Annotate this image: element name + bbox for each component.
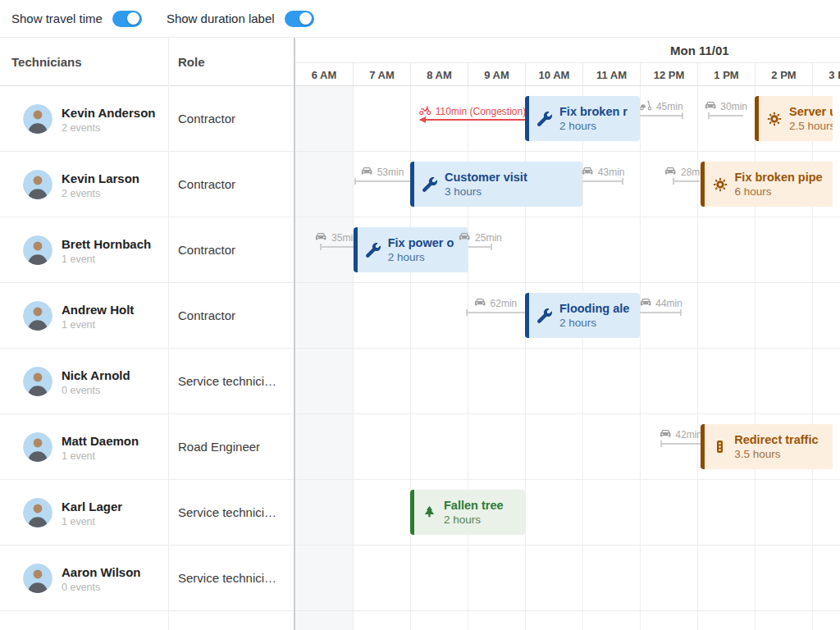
travel-duration-label: 30min [720, 101, 747, 112]
travel-line-cap [660, 441, 662, 447]
role-cell: Contractor [178, 308, 235, 322]
event-bar[interactable]: Fallen tree2 hours [410, 490, 525, 535]
event-text: Fix broken r2 hours [559, 104, 628, 134]
car-icon [704, 99, 716, 114]
event-bar[interactable]: Flooding ale2 hours [525, 293, 640, 338]
role-column-header[interactable]: Role [178, 38, 205, 85]
technician-row[interactable]: Nick Arnold0 eventsService technici… [0, 349, 840, 414]
technician-row[interactable]: Aaron Wilson0 eventsService technici… [0, 546, 840, 611]
travel-time: 44min [640, 283, 682, 349]
event-text: Fix power o2 hours [388, 235, 454, 265]
gear-icon [767, 112, 782, 126]
travel-line-cap [354, 178, 356, 185]
role-cell: Road Engineer [178, 440, 260, 454]
technician-row[interactable]: Kevin Anderson2 eventsContractor110min (… [0, 86, 840, 152]
hour-label: 6 AM [312, 69, 337, 81]
technician-event-count: 0 events [62, 385, 100, 396]
technician-name: Brett Hornbach [62, 237, 151, 251]
travel-line [660, 443, 701, 445]
show-travel-time-toggle[interactable] [112, 11, 142, 27]
schedule-app: Show travel time Show duration label Tec… [0, 0, 840, 630]
event-bar[interactable]: Redirect traffic3.5 hours [701, 424, 833, 469]
travel-duration-label: 110min (Congestion) [436, 106, 527, 117]
event-text: Server up2.5 hours [789, 104, 833, 134]
hour-cell: 9 AM [468, 63, 525, 86]
technician-row[interactable]: Karl Lager1 eventService technici…Fallen… [0, 480, 840, 546]
hour-label: 12 PM [654, 69, 685, 81]
event-text: Fix broken pipe6 hours [735, 170, 823, 199]
technician-row[interactable]: Brett Hornbach1 eventContractor35minFix … [0, 217, 840, 283]
travel-label: 43min [582, 165, 625, 180]
event-bar[interactable]: Fix broken r2 hours [525, 96, 640, 141]
wrench-icon [537, 308, 552, 323]
technician-name: Kevin Larson [62, 171, 139, 185]
hour-cell: 6 AM [295, 63, 353, 86]
technician-row[interactable]: Matt Daemon1 eventRoad Engineer42minRedi… [0, 414, 840, 480]
event-title: Redirect traffic [734, 432, 818, 447]
travel-line-cap [708, 112, 710, 119]
event-title: Fix broken pipe [735, 170, 823, 185]
show-duration-label-field: Show duration label [167, 11, 314, 27]
travel-label: 30min [704, 99, 747, 114]
event-title: Fix broken r [559, 104, 628, 119]
technician-name: Kevin Anderson [62, 106, 155, 120]
travel-arrow [419, 116, 426, 123]
travel-duration-label: 42min [675, 429, 702, 441]
hour-label: 9 AM [484, 69, 509, 81]
event-title: Fallen tree [444, 498, 504, 513]
event-duration: 2.5 hours [789, 120, 833, 134]
event-title: Customer visit [445, 170, 527, 185]
technician-event-count: 2 events [62, 122, 100, 134]
travel-line [468, 246, 492, 248]
travel-duration-label: 45min [656, 101, 683, 112]
event-duration: 3.5 hours [734, 448, 818, 462]
avatar [23, 235, 52, 265]
technician-name: Matt Daemon [62, 434, 139, 448]
travel-label: 110min (Congestion) [419, 104, 527, 119]
toolbar: Show travel time Show duration label [0, 0, 840, 38]
event-bar[interactable]: Fix broken pipe6 hours [701, 162, 833, 207]
travel-time: 110min (Congestion) [420, 86, 525, 152]
wrench-icon [366, 243, 381, 258]
show-travel-time-field: Show travel time [11, 11, 142, 27]
role-cell: Contractor [178, 243, 235, 257]
toggle-knob [127, 12, 139, 25]
event-title: Fix power o [388, 235, 454, 250]
technician-row[interactable]: Kevin Larson2 eventsContractor53minCusto… [0, 152, 840, 217]
travel-line [673, 180, 700, 182]
travel-time: 35min [320, 217, 354, 283]
hour-label: 10 AM [539, 69, 570, 81]
role-cell: Service technici… [178, 505, 276, 519]
event-bar[interactable]: Customer visit3 hours [410, 162, 582, 207]
hour-label: 3 PM [829, 69, 840, 81]
travel-label: 53min [361, 165, 404, 180]
travel-time: 53min [354, 152, 410, 217]
hour-cell: 11 AM [582, 63, 640, 86]
tree-icon [422, 505, 436, 519]
travel-label: 25min [459, 231, 502, 245]
event-bar[interactable]: Fix power o2 hours [354, 227, 468, 272]
travel-time: 42min [660, 414, 701, 480]
travel-line-cap [682, 112, 683, 119]
show-duration-label-toggle[interactable] [285, 11, 314, 27]
role-cell: Contractor [178, 112, 235, 126]
travel-line-cap [673, 178, 674, 185]
travel-line-cap [680, 309, 682, 316]
technician-row[interactable]: Andrew Holt1 eventContractor62minFloodin… [0, 283, 840, 349]
hour-cell: 10 AM [525, 63, 582, 86]
event-bar[interactable]: Server up2.5 hours [755, 96, 833, 141]
travel-time: 45min [640, 86, 683, 152]
grid-splitter[interactable] [294, 38, 295, 630]
travel-label: 62min [474, 296, 518, 311]
avatar [23, 104, 52, 134]
travel-time: 43min [582, 152, 623, 217]
travel-label: 42min [659, 427, 702, 442]
show-travel-time-label: Show travel time [11, 11, 103, 25]
hour-label: 8 AM [427, 69, 452, 81]
hour-cell: 7 AM [353, 63, 410, 86]
travel-line-cap [466, 309, 468, 316]
wrench-icon [537, 112, 552, 126]
car-icon [474, 296, 486, 311]
technician-name: Andrew Holt [62, 303, 134, 317]
technicians-column-header[interactable]: Technicians [11, 38, 82, 85]
